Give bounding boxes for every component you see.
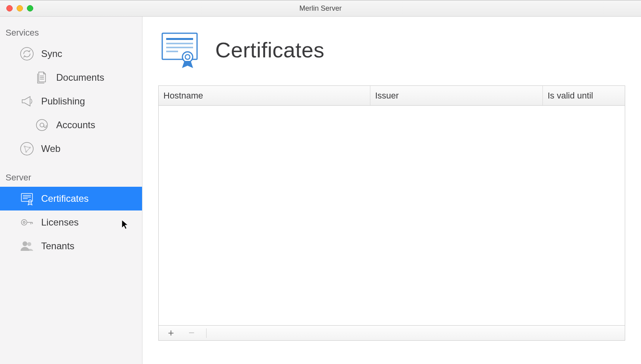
column-header-hostname[interactable]: Hostname — [159, 86, 370, 105]
svg-rect-15 — [166, 43, 193, 44]
svg-point-3 — [21, 142, 33, 155]
svg-point-11 — [23, 241, 27, 246]
title-bar: Merlin Server — [0, 0, 641, 17]
minimize-window-button[interactable] — [17, 5, 23, 11]
zoom-window-button[interactable] — [27, 5, 33, 11]
add-button[interactable]: + — [165, 327, 177, 339]
globe-icon — [19, 141, 35, 157]
certificate-icon — [19, 191, 35, 207]
sidebar-item-label: Web — [41, 143, 61, 154]
column-header-valid-until[interactable]: Is valid until — [543, 86, 625, 105]
main-content: Certificates Hostname Issuer Is valid un… — [142, 17, 641, 364]
sidebar: Services Sync Documents — [0, 17, 142, 364]
sidebar-section-services: Services — [0, 28, 142, 42]
certificates-table: Hostname Issuer Is valid until + − — [158, 85, 625, 341]
people-icon — [19, 238, 35, 254]
svg-rect-16 — [166, 47, 193, 48]
sidebar-item-tenants[interactable]: Tenants — [0, 234, 142, 258]
svg-point-1 — [36, 119, 47, 131]
sidebar-item-publishing[interactable]: Publishing — [0, 89, 142, 113]
documents-icon — [34, 70, 50, 85]
key-icon — [19, 214, 35, 230]
sidebar-item-documents[interactable]: Documents — [0, 66, 142, 89]
table-header-row: Hostname Issuer Is valid until — [159, 86, 625, 106]
window-controls — [6, 5, 33, 11]
remove-button: − — [186, 327, 197, 339]
window-title: Merlin Server — [299, 4, 341, 13]
sidebar-item-label: Accounts — [56, 119, 95, 131]
page-title: Certificates — [215, 38, 324, 62]
sidebar-item-label: Tenants — [41, 241, 74, 252]
certificate-large-icon — [158, 28, 201, 71]
svg-point-0 — [21, 47, 33, 60]
sidebar-item-label: Publishing — [41, 96, 85, 107]
megaphone-icon — [19, 93, 35, 109]
svg-point-9 — [21, 220, 27, 225]
svg-rect-17 — [166, 51, 178, 52]
sidebar-item-web[interactable]: Web — [0, 137, 142, 161]
svg-point-12 — [27, 242, 31, 246]
column-header-issuer[interactable]: Issuer — [370, 86, 543, 105]
table-footer: + − — [159, 325, 625, 340]
sidebar-item-accounts[interactable]: Accounts — [0, 113, 142, 137]
at-sign-icon — [34, 117, 50, 133]
sidebar-item-sync[interactable]: Sync — [0, 42, 142, 66]
sidebar-item-label: Sync — [41, 48, 62, 59]
close-window-button[interactable] — [6, 5, 13, 11]
sidebar-item-label: Certificates — [41, 193, 89, 204]
svg-rect-14 — [166, 38, 193, 40]
page-header: Certificates — [142, 28, 641, 71]
sidebar-item-certificates[interactable]: Certificates — [0, 187, 142, 210]
sidebar-item-licenses[interactable]: Licenses — [0, 210, 142, 234]
svg-point-10 — [23, 222, 25, 224]
sidebar-section-server: Server — [0, 173, 142, 187]
svg-point-2 — [40, 123, 44, 127]
table-body[interactable] — [159, 106, 625, 325]
svg-point-18 — [182, 52, 193, 62]
sync-icon — [19, 46, 35, 62]
sidebar-item-label: Licenses — [41, 217, 79, 228]
footer-divider — [206, 328, 207, 338]
sidebar-item-label: Documents — [56, 72, 104, 83]
